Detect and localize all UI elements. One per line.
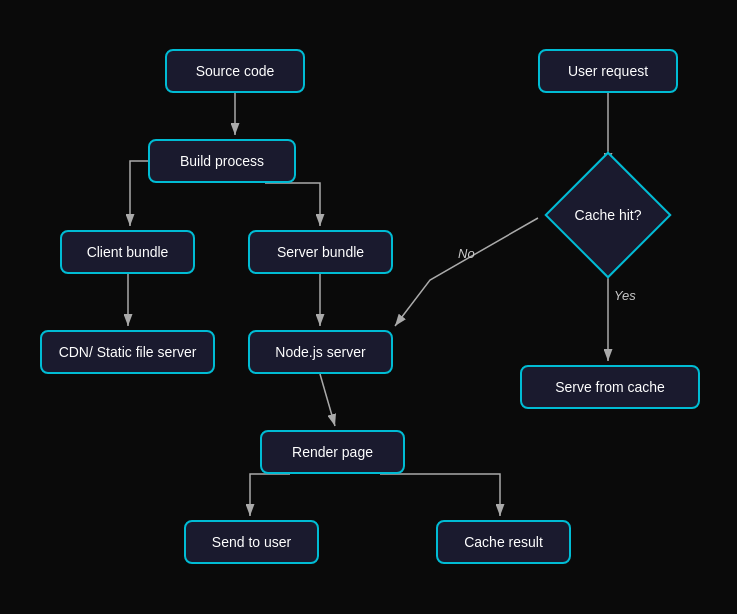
serve-from-cache-label: Serve from cache [555, 379, 665, 395]
client-bundle-node: Client bundle [60, 230, 195, 274]
render-page-node: Render page [260, 430, 405, 474]
server-bundle-node: Server bundle [248, 230, 393, 274]
cache-result-node: Cache result [436, 520, 571, 564]
cdn-server-node: CDN/ Static file server [40, 330, 215, 374]
user-request-label: User request [568, 63, 648, 79]
serve-from-cache-node: Serve from cache [520, 365, 700, 409]
source-code-label: Source code [196, 63, 275, 79]
svg-text:Yes: Yes [614, 288, 636, 303]
flowchart-diagram: No Yes Source code Build process Client … [0, 0, 737, 614]
client-bundle-label: Client bundle [87, 244, 169, 260]
cdn-server-label: CDN/ Static file server [59, 344, 197, 360]
source-code-node: Source code [165, 49, 305, 93]
svg-text:No: No [458, 246, 475, 261]
server-bundle-label: Server bundle [277, 244, 364, 260]
cache-hit-label: Cache hit? [575, 207, 642, 223]
nodejs-server-label: Node.js server [275, 344, 365, 360]
nodejs-server-node: Node.js server [248, 330, 393, 374]
cache-hit-diamond-container: Cache hit? [558, 165, 658, 265]
cache-result-label: Cache result [464, 534, 543, 550]
send-to-user-label: Send to user [212, 534, 291, 550]
build-process-label: Build process [180, 153, 264, 169]
send-to-user-node: Send to user [184, 520, 319, 564]
build-process-node: Build process [148, 139, 296, 183]
user-request-node: User request [538, 49, 678, 93]
svg-line-4 [320, 374, 335, 426]
render-page-label: Render page [292, 444, 373, 460]
